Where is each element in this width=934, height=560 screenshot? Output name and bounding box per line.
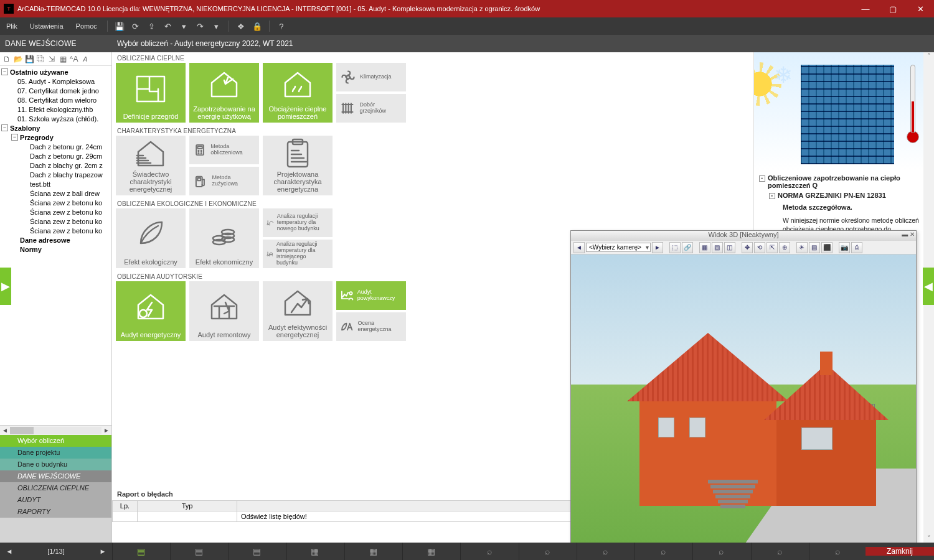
maximize-button[interactable]: ▢: [879, 0, 907, 17]
bottom-tab-icon[interactable]: ▦: [402, 543, 459, 560]
bottom-tab-icon[interactable]: ⌕: [460, 543, 517, 560]
vp-tool-icon[interactable]: ✥: [742, 242, 753, 253]
tree-item[interactable]: Ściana zew z bali drew: [0, 189, 111, 198]
vp-next-icon[interactable]: ►: [652, 242, 663, 253]
collapse-icon[interactable]: −: [11, 134, 18, 141]
tile-designed-char[interactable]: Projektowana charakterystyka energetyczn…: [263, 136, 333, 195]
tree-item[interactable]: 07. Certyfikat domek jedno: [0, 86, 111, 95]
navtab-building-data[interactable]: Dane o budynku: [0, 459, 111, 470]
tree-partitions[interactable]: Przegrody: [20, 134, 54, 141]
collapse-icon[interactable]: −: [1, 124, 8, 131]
camera-select[interactable]: <Wybierz kamerę>: [586, 243, 651, 252]
tree-item[interactable]: 11. Efekt ekologiczny.thb: [0, 105, 111, 114]
undo-icon[interactable]: ↶: [162, 20, 174, 32]
undo-drop-icon[interactable]: ▾: [178, 20, 191, 32]
tile-econ-effect[interactable]: Efekt ekonomiczny: [189, 208, 259, 268]
tile-heat-load[interactable]: Obciążenie cieplne pomieszczeń: [263, 63, 333, 123]
page-next-button[interactable]: ►: [93, 543, 112, 560]
page-prev-button[interactable]: ◄: [0, 543, 19, 560]
help-icon[interactable]: ?: [275, 20, 288, 32]
open-icon[interactable]: 📂: [13, 54, 23, 64]
menu-help[interactable]: Pomoc: [70, 17, 103, 35]
vp-tool-icon[interactable]: 🔗: [682, 242, 693, 253]
grid-icon[interactable]: ▦: [58, 54, 68, 64]
navtab-input-data[interactable]: DANE WEJŚCIOWE: [0, 470, 111, 482]
tree-item[interactable]: Dach z blachy trapezow: [0, 170, 111, 179]
tile-usage-method[interactable]: Metoda zużyciowa: [189, 167, 259, 195]
tile-ac[interactable]: Klimatyzacja: [336, 63, 406, 91]
vp-tool-icon[interactable]: ▨: [712, 242, 723, 253]
bottom-tab-icon[interactable]: ▤: [228, 543, 285, 560]
save-icon[interactable]: 💾: [113, 20, 126, 32]
new-icon[interactable]: 🗋: [2, 54, 12, 64]
tree-h-scrollbar[interactable]: ◄ ►: [0, 425, 111, 435]
export-icon[interactable]: ⇪: [146, 20, 158, 32]
bottom-tab-icon[interactable]: ⌕: [809, 543, 866, 560]
tree-address[interactable]: Dane adresowe: [20, 236, 70, 244]
tile-energy-demand[interactable]: Zapotrzebowanie na energię użytkową: [189, 63, 259, 123]
tile-temp-existing[interactable]: Analiza regulacji temperatury dla istnie…: [263, 240, 333, 268]
menu-file[interactable]: Plik: [0, 17, 24, 35]
scroll-thumb[interactable]: [10, 427, 34, 434]
vp-tool-icon[interactable]: ⊕: [779, 242, 790, 253]
vp-tool-icon[interactable]: ⟲: [754, 242, 765, 253]
scroll-left-icon[interactable]: ◄: [0, 427, 10, 434]
vp-tool-icon[interactable]: ⎙: [851, 242, 862, 253]
navtab-reports[interactable]: RAPORTY: [0, 506, 111, 518]
tree-recent[interactable]: Ostatnio używane: [10, 68, 68, 76]
bottom-tab-icon[interactable]: ▦: [286, 543, 343, 560]
scroll-right-icon[interactable]: ►: [101, 427, 111, 434]
tree-item[interactable]: Dach z betonu gr. 24cm: [0, 142, 111, 151]
bottom-tab-icon[interactable]: ⌕: [519, 543, 575, 560]
lock-icon[interactable]: 🔒: [251, 20, 263, 32]
bottom-tab-icon[interactable]: ▤: [170, 543, 227, 560]
tile-efficiency-audit[interactable]: Audyt efektywności energetycznej: [263, 281, 333, 341]
tree-item[interactable]: Dach z blachy gr. 2cm z: [0, 161, 111, 170]
vp-tool-icon[interactable]: ⇱: [767, 242, 778, 253]
3d-canvas[interactable]: [571, 254, 916, 543]
vp-tool-icon[interactable]: ☀: [796, 242, 808, 253]
tile-renovation-audit[interactable]: Audyt remontowy: [189, 281, 259, 341]
bottom-tab-icon[interactable]: ▤: [112, 543, 169, 560]
scroll-down-icon[interactable]: ˅: [927, 534, 931, 543]
bottom-tab-icon[interactable]: ⌕: [692, 543, 749, 560]
3d-viewport-window[interactable]: Widok 3D [Nieaktywny]▬ ✕ ◄ <Wybierz kame…: [570, 230, 917, 543]
expand-right-handle[interactable]: ◀: [923, 268, 934, 305]
vp-tool-icon[interactable]: ◫: [724, 242, 735, 253]
tree-item[interactable]: 05. Audyt - Kompleksowa: [0, 77, 111, 86]
tree-item[interactable]: Ściana zew z betonu ko: [0, 217, 111, 226]
close-app-button[interactable]: Zamknij: [866, 547, 934, 556]
menu-settings[interactable]: Ustawienia: [24, 17, 70, 35]
refresh-icon[interactable]: ⟳: [130, 20, 142, 32]
tile-post-audit[interactable]: Audyt powykonawczy: [336, 281, 406, 310]
navtab-thermal-calc[interactable]: OBLICZENIA CIEPLNE: [0, 482, 111, 494]
tree-norms[interactable]: Normy: [20, 246, 42, 253]
bottom-tab-icon[interactable]: ⌕: [577, 543, 633, 560]
vp-tool-icon[interactable]: ⬚: [669, 242, 681, 253]
expand-box-icon[interactable]: ▪: [769, 193, 775, 199]
import-icon[interactable]: ⇲: [47, 54, 57, 64]
tile-partition-def[interactable]: Definicje przegród: [116, 63, 186, 123]
font-icon[interactable]: A: [80, 54, 90, 64]
tree-item[interactable]: Ściana zew z betonu ko: [0, 226, 111, 235]
tree-item[interactable]: 01. Szkoła wyższa (chłód).: [0, 114, 111, 123]
close-button[interactable]: ✕: [907, 0, 934, 17]
expand-box-icon[interactable]: ▪: [759, 175, 765, 182]
tile-calc-method[interactable]: Metoda obliczeniowa: [189, 136, 259, 164]
tile-radiators[interactable]: Dobór grzejników: [336, 94, 406, 123]
type-icon[interactable]: ᴬA: [69, 54, 79, 64]
tile-energy-audit[interactable]: Audyt energetyczny: [116, 281, 186, 341]
viewport-close-icon[interactable]: ▬ ✕: [902, 231, 915, 238]
tile-eco-effect[interactable]: Efekt ekologiczny: [116, 208, 186, 268]
tree-templates[interactable]: Szablony: [10, 124, 40, 132]
vp-tool-icon[interactable]: ⬛: [821, 242, 833, 253]
vp-tool-icon[interactable]: 📷: [839, 242, 850, 253]
navtab-project-data[interactable]: Dane projektu: [0, 447, 111, 459]
expand-left-handle[interactable]: ▶: [0, 268, 11, 305]
bottom-tab-icon[interactable]: ▦: [344, 543, 401, 560]
modules-icon[interactable]: ❖: [235, 20, 247, 32]
vp-prev-icon[interactable]: ◄: [573, 242, 585, 253]
bottom-tab-icon[interactable]: ⌕: [634, 543, 691, 560]
redo-icon[interactable]: ↷: [194, 20, 207, 32]
navtab-audit[interactable]: AUDYT: [0, 494, 111, 506]
